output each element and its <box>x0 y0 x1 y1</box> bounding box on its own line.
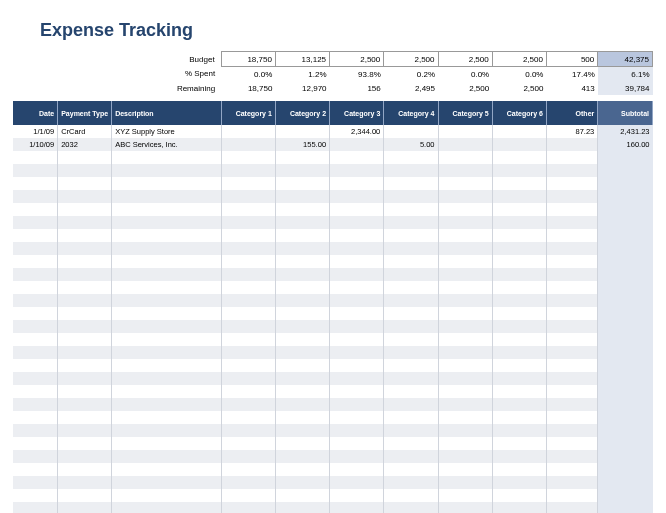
table-row[interactable] <box>13 320 653 333</box>
table-row[interactable] <box>13 242 653 255</box>
table-row[interactable] <box>13 411 653 424</box>
table-row[interactable] <box>13 294 653 307</box>
table-row[interactable] <box>13 229 653 242</box>
table-row[interactable] <box>13 359 653 372</box>
table-row[interactable] <box>13 203 653 216</box>
table-row[interactable] <box>13 190 653 203</box>
table-row[interactable] <box>13 385 653 398</box>
summary-table: Budget 18,750 13,125 2,500 2,500 2,500 2… <box>13 51 653 513</box>
spent-label: % Spent <box>112 67 221 82</box>
table-row[interactable] <box>13 255 653 268</box>
table-row[interactable]: 1/1/09CrCardXYZ Supply Store2,344.0087.2… <box>13 125 653 138</box>
page-title: Expense Tracking <box>10 20 656 41</box>
budget-row: Budget 18,750 13,125 2,500 2,500 2,500 2… <box>13 52 653 67</box>
budget-cat5[interactable]: 2,500 <box>438 52 492 67</box>
table-row[interactable] <box>13 216 653 229</box>
hdr-cat5: Category 5 <box>438 101 492 125</box>
table-row[interactable] <box>13 398 653 411</box>
table-row[interactable] <box>13 476 653 489</box>
hdr-cat4: Category 4 <box>384 101 438 125</box>
hdr-cat3: Category 3 <box>330 101 384 125</box>
budget-other[interactable]: 500 <box>546 52 597 67</box>
budget-cat4[interactable]: 2,500 <box>384 52 438 67</box>
hdr-cat2: Category 2 <box>275 101 329 125</box>
table-row[interactable] <box>13 372 653 385</box>
hdr-other: Other <box>546 101 597 125</box>
hdr-cat1: Category 1 <box>221 101 275 125</box>
table-row[interactable] <box>13 177 653 190</box>
table-row[interactable]: 1/10/092032ABC Services, Inc.155.005.001… <box>13 138 653 151</box>
table-row[interactable] <box>13 164 653 177</box>
table-header: Date Payment Type Description Category 1… <box>13 101 653 125</box>
table-row[interactable] <box>13 268 653 281</box>
hdr-date: Date <box>13 101 58 125</box>
table-row[interactable] <box>13 437 653 450</box>
hdr-desc: Description <box>112 101 221 125</box>
spent-row: % Spent 0.0% 1.2% 93.8% 0.2% 0.0% 0.0% 1… <box>13 67 653 82</box>
table-row[interactable] <box>13 450 653 463</box>
table-row[interactable] <box>13 281 653 294</box>
budget-cat6[interactable]: 2,500 <box>492 52 546 67</box>
remaining-label: Remaining <box>112 81 221 95</box>
budget-cat2[interactable]: 13,125 <box>275 52 329 67</box>
budget-cat3[interactable]: 2,500 <box>330 52 384 67</box>
table-row[interactable] <box>13 346 653 359</box>
data-body: 1/1/09CrCardXYZ Supply Store2,344.0087.2… <box>13 125 653 513</box>
hdr-subtotal: Subtotal <box>598 101 653 125</box>
table-row[interactable] <box>13 489 653 502</box>
table-row[interactable] <box>13 151 653 164</box>
table-row[interactable] <box>13 502 653 513</box>
remaining-row: Remaining 18,750 12,970 156 2,495 2,500 … <box>13 81 653 95</box>
hdr-ptype: Payment Type <box>58 101 112 125</box>
table-row[interactable] <box>13 424 653 437</box>
table-row[interactable] <box>13 463 653 476</box>
budget-cat1[interactable]: 18,750 <box>221 52 275 67</box>
hdr-cat6: Category 6 <box>492 101 546 125</box>
table-row[interactable] <box>13 333 653 346</box>
budget-total: 42,375 <box>598 52 653 67</box>
budget-label: Budget <box>112 52 221 67</box>
table-row[interactable] <box>13 307 653 320</box>
